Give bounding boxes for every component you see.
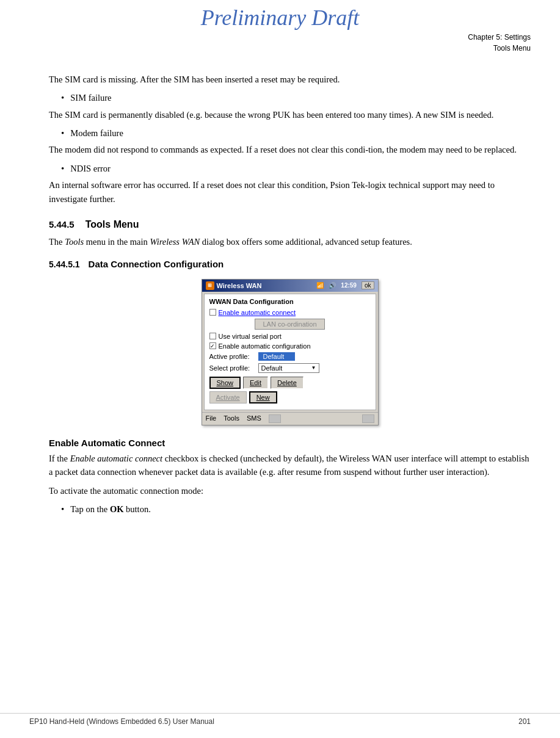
titlebar-left: ⊞ Wireless WAN [206,281,262,290]
delete-button[interactable]: Delete [271,377,304,389]
titlebar-time: 12:59 [341,282,357,289]
dialog-titlebar: ⊞ Wireless WAN 📶 🔊 12:59 ok [202,280,378,292]
edit-button[interactable]: Edit [243,377,268,389]
action-row-1: Show Edit Delete [209,377,371,389]
titlebar-text: Wireless WAN [217,282,262,289]
activate-para: To activate the automatic connection mod… [49,484,531,497]
bullet-item-1: • SIM failure [61,91,531,105]
wwan-dialog: ⊞ Wireless WAN 📶 🔊 12:59 ok WWAN Data Co… [202,279,379,425]
dialog-footer: File Tools SMS [202,412,378,425]
enable-auto-connect-heading: Enable Automatic Connect [49,438,531,448]
titlebar-right: 📶 🔊 12:59 ok [316,281,374,289]
bullet-dot-1: • [61,91,64,105]
bullet-dot-2: • [61,126,64,140]
auto-config-checkbox[interactable] [209,342,216,349]
bullet-item-3: • NDIS error [61,162,531,176]
activate-button[interactable]: Activate [209,391,247,403]
dialog-container: ⊞ Wireless WAN 📶 🔊 12:59 ok WWAN Data Co… [49,279,531,425]
dropdown-arrow-icon: ▼ [311,365,316,371]
dialog-row-virtual-port[interactable]: Use virtual serial port [209,333,371,340]
dialog-body: WWAN Data Configuration Enable automatic… [204,294,376,410]
para2: The SIM card is permanently disabled (e.… [49,108,531,121]
bullet-item-2: • Modem failure [61,126,531,140]
bullet-dot-3: • [61,162,64,176]
enable-auto-connect-checkbox[interactable] [209,309,216,316]
chapter-line1: Chapter 5: Settings [468,32,531,43]
auto-config-label: Enable automatic configuration [219,342,311,350]
select-profile-dropdown[interactable]: Default ▼ [258,363,319,373]
show-button[interactable]: Show [209,377,241,389]
section-title-5445: Tools Menu [85,219,139,230]
bullet-text-2: Modem failure [70,126,123,140]
new-button[interactable]: New [249,391,277,403]
enable-auto-connect-label: Enable automatic connect [219,309,296,316]
page-footer: EP10 Hand-Held (Windows Embedded 6.5) Us… [0,713,560,726]
para1: The SIM card is missing. After the SIM h… [49,73,531,86]
enable-connect-italic: Enable automatic connect [70,454,162,463]
chapter-line2: Tools Menu [468,43,531,54]
footer-manual: EP10 Hand-Held (Windows Embedded 6.5) Us… [29,717,214,726]
ok-bold: OK [110,504,124,514]
section-number-5445: 5.44.5 [49,219,75,230]
speaker-icon: 🔊 [329,282,336,289]
signal-icon: 📶 [316,282,324,289]
lan-coordination-row: LAN co-ordination [209,319,371,330]
virtual-serial-port-label: Use virtual serial port [219,333,282,340]
enable-auto-connect-para: If the Enable automatic connect checkbox… [49,452,531,479]
select-profile-row[interactable]: Select profile: Default ▼ [209,363,371,373]
subsection-title-544501: Data Connection Configuration [89,259,224,269]
bullet-item-4: • Tap on the OK button. [61,502,531,516]
section-5445-para: The Tools menu in the main Wireless WAN … [49,235,531,248]
dialog-ok-button[interactable]: ok [362,281,374,289]
bullet-text-4: Tap on the OK button. [70,502,151,516]
bullet-text-3: NDIS error [70,162,111,175]
virtual-serial-port-checkbox[interactable] [209,333,216,339]
footer-tools[interactable]: Tools [224,414,239,423]
para4: An internal software error has occurred.… [49,178,531,206]
action-row-2: Activate New [209,391,371,403]
bullet-text-1: SIM failure [70,91,111,104]
active-profile-label: Active profile: [209,353,258,360]
active-profile-value: Default [258,352,295,361]
footer-page-number: 201 [518,717,531,726]
section-heading-5445: 5.44.5 Tools Menu [49,219,531,230]
dialog-row-enable-auto[interactable]: Enable automatic connect [209,309,371,316]
footer-sms[interactable]: SMS [247,414,261,423]
page-header: Preliminary Draft [0,0,560,33]
chapter-info: Chapter 5: Settings Tools Menu [468,32,531,54]
main-content: The SIM card is missing. After the SIM h… [0,67,560,555]
draft-title: Preliminary Draft [201,5,360,30]
lan-coordination-button[interactable]: LAN co-ordination [255,319,324,330]
select-profile-value: Default [261,364,283,372]
bullet-dot-4: • [61,502,64,516]
dialog-body-title: WWAN Data Configuration [209,298,371,305]
subsection-heading-544501: 5.44.5.1 Data Connection Configuration [49,259,531,269]
titlebar-app-icon: ⊞ [206,281,214,290]
subsection-number-544501: 5.44.5.1 [49,259,80,269]
wwan-italic: Wireless WAN [150,237,200,247]
footer-kb-icon [362,414,374,423]
select-profile-label: Select profile: [209,364,258,372]
footer-file[interactable]: File [206,414,217,423]
para3: The modem did not respond to commands as… [49,143,531,156]
dialog-row-auto-config[interactable]: Enable automatic configuration [209,342,371,350]
active-profile-row: Active profile: Default [209,352,371,361]
footer-grid-icon [269,414,281,423]
tools-italic: Tools [65,237,84,247]
